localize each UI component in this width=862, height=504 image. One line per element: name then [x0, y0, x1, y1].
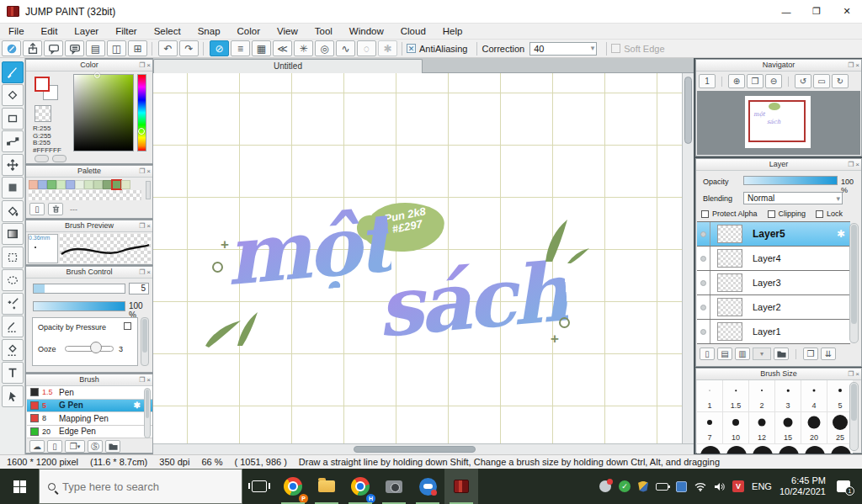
snap-radial-button[interactable]: ✳ — [294, 40, 313, 56]
clock[interactable]: 6:45 PM 10/24/2021 — [780, 475, 826, 497]
layer-visibility-toggle[interactable] — [697, 295, 710, 319]
popout-icon[interactable]: ❐ — [139, 60, 145, 71]
brush-list-scrollbar[interactable] — [144, 388, 151, 438]
start-button[interactable] — [0, 469, 39, 504]
rotate-left-button[interactable]: ↺ — [795, 74, 811, 88]
brush-size-cell[interactable]: 4 — [801, 380, 827, 412]
select-rect-tool-button[interactable] — [2, 247, 24, 268]
operation-select-tool-button[interactable] — [2, 385, 24, 407]
ooze-slider-handle[interactable] — [90, 342, 102, 353]
snap-vanishing-point-button[interactable]: ≪ — [273, 40, 292, 56]
palette-swatch[interactable] — [66, 180, 75, 189]
language-indicator[interactable]: ENG — [752, 481, 772, 491]
zoom-out-button[interactable]: ⊖ — [765, 74, 782, 88]
redo-button[interactable]: ↷ — [179, 40, 199, 56]
notification-center-button[interactable]: 1 — [837, 480, 850, 492]
brush-script-button[interactable]: Ⓢ — [88, 440, 103, 453]
layer-row[interactable]: Layer2 — [697, 295, 850, 320]
sv-picker-handle[interactable] — [94, 72, 100, 78]
taskbar-app-chrome-2[interactable]: H — [343, 469, 377, 504]
brush-size-cell[interactable]: 15 — [775, 412, 801, 444]
close-icon[interactable]: × — [855, 159, 859, 170]
taskbar-app-jump-paint[interactable] — [444, 469, 478, 504]
layer-type-dropdown[interactable]: ▾ — [753, 347, 771, 360]
brush-size-value[interactable]: 5 — [129, 283, 149, 294]
fill-rect-tool-button[interactable] — [2, 177, 24, 199]
hue-picker-handle[interactable] — [138, 128, 145, 135]
blending-dropdown[interactable]: Normal▾ — [743, 192, 843, 204]
snap-ellipse-button[interactable]: ◌ — [357, 40, 376, 56]
brush-size-cell[interactable]: 12 — [749, 412, 775, 444]
canvas-horizontal-scrollbar[interactable] — [153, 443, 694, 454]
menu-cloud[interactable]: Cloud — [392, 26, 434, 36]
layer-visibility-toggle[interactable] — [697, 271, 710, 294]
menu-tool[interactable]: Tool — [306, 26, 341, 36]
popout-icon[interactable]: ❐ — [848, 159, 854, 170]
layer-row[interactable]: Layer5 ✱ — [697, 222, 850, 247]
folder-icon[interactable] — [774, 347, 789, 360]
menu-select[interactable]: Select — [146, 26, 189, 36]
saturation-value-picker[interactable] — [73, 74, 134, 151]
layer-row[interactable]: Layer1 — [697, 320, 850, 344]
layer-row[interactable]: Layer3 — [697, 271, 850, 295]
snap-curve-button[interactable]: ∿ — [336, 40, 355, 56]
minimize-button[interactable]: — — [771, 0, 801, 24]
snap-off-button[interactable]: ⊘ — [210, 40, 229, 56]
zoom-in-button[interactable]: ⊕ — [728, 74, 745, 88]
document-tab[interactable]: Untitled — [153, 59, 423, 73]
brush-copy-button[interactable]: ❐▾ — [65, 440, 85, 453]
taskbar-search[interactable] — [39, 469, 242, 504]
move-tool-button[interactable] — [2, 154, 24, 176]
brush-size-cell[interactable]: 1 — [697, 380, 723, 412]
menu-layer[interactable]: Layer — [66, 26, 107, 36]
popout-icon[interactable]: ❐ — [139, 166, 145, 177]
layer-visibility-toggle[interactable] — [697, 222, 710, 246]
comment-list-button[interactable] — [65, 40, 84, 56]
clipping-checkbox[interactable] — [768, 210, 775, 218]
brush-size-scrollbar[interactable] — [849, 382, 859, 451]
brush-row-pen[interactable]: 1.5 Pen — [27, 386, 152, 400]
palette-swatch[interactable] — [47, 180, 56, 189]
menu-filter[interactable]: Filter — [107, 26, 146, 36]
trash-icon[interactable] — [48, 203, 63, 215]
merge-layer-button[interactable]: ⇊ — [821, 347, 836, 360]
color-option-button-1[interactable] — [35, 155, 49, 162]
palette-swatch[interactable] — [38, 180, 47, 189]
bucket-tool-button[interactable] — [2, 200, 24, 222]
transparent-swatch[interactable] — [35, 105, 51, 122]
task-view-button[interactable] — [242, 469, 276, 504]
pixel-grid-button[interactable]: ⊞ — [128, 40, 147, 56]
opacity-by-pressure-checkbox[interactable] — [124, 322, 131, 330]
menu-edit[interactable]: Edit — [33, 26, 67, 36]
palette-swatch[interactable] — [93, 180, 103, 189]
palette-swatch[interactable] — [84, 180, 93, 189]
foreground-color-swatch[interactable] — [35, 77, 50, 92]
select-eraser-tool-button[interactable] — [2, 339, 24, 361]
brush-size-cell[interactable]: 1.5 — [723, 380, 749, 412]
curve-tool-button[interactable] — [2, 130, 24, 152]
add-layer-button[interactable]: ▯ — [700, 347, 715, 360]
menu-window[interactable]: Window — [341, 26, 392, 36]
close-icon[interactable]: × — [146, 166, 151, 177]
ooze-slider[interactable] — [65, 346, 114, 352]
eraser-tool-button[interactable] — [2, 84, 24, 106]
snap-grid-button[interactable]: ▦ — [252, 40, 271, 56]
color-option-button-2[interactable] — [52, 155, 67, 162]
document-button[interactable]: ▤ — [86, 40, 105, 56]
menu-view[interactable]: View — [269, 26, 306, 36]
brush-new-button[interactable]: ▯ — [47, 440, 62, 453]
taskbar-app-chrome-1[interactable]: P — [276, 469, 310, 504]
close-icon[interactable]: × — [855, 369, 859, 379]
tray-antivirus-icon[interactable]: ✓ — [619, 480, 631, 492]
popout-icon[interactable]: ❐ — [848, 60, 854, 71]
brush-control-scrollbar[interactable] — [141, 317, 149, 366]
menu-file[interactable]: File — [0, 26, 33, 36]
text-tool-button[interactable] — [2, 362, 24, 384]
protect-alpha-checkbox[interactable] — [701, 210, 709, 218]
close-icon[interactable]: × — [146, 374, 151, 385]
gear-icon[interactable]: ✱ — [837, 228, 845, 240]
menu-snap[interactable]: Snap — [189, 26, 229, 36]
comment-button[interactable] — [44, 40, 63, 56]
layer-opacity-slider[interactable] — [743, 176, 838, 185]
brush-cloud-button[interactable]: ☁ — [29, 440, 45, 453]
